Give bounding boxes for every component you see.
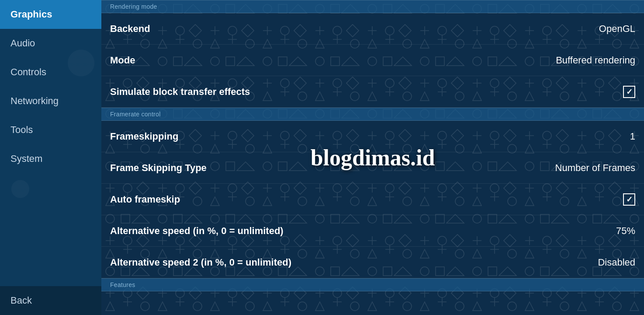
settings-label-frameskipping: Frameskipping [110, 131, 178, 142]
settings-row-backend[interactable]: BackendOpenGL [101, 13, 644, 45]
settings-value-alternative-speed-2: Disabled [598, 257, 635, 268]
settings-label-alternative-speed: Alternative speed (in %, 0 = unlimited) [110, 225, 284, 237]
checkbox-simulate-block[interactable] [623, 86, 635, 98]
settings-row-frame-skipping-type[interactable]: Frame Skipping TypeNumber of Frames [101, 152, 644, 184]
settings-label-simulate-block: Simulate block transfer effects [110, 86, 250, 98]
settings-label-auto-frameskip: Auto frameskip [110, 194, 180, 205]
back-button[interactable]: Back [0, 286, 101, 315]
settings-row-mode[interactable]: ModeBuffered rendering [101, 45, 644, 76]
settings-value-alternative-speed: 75% [616, 225, 635, 237]
main-content[interactable]: Rendering modeBackendOpenGLModeBuffered … [101, 0, 644, 315]
sidebar-item-controls[interactable]: Controls [0, 58, 101, 87]
sidebar-item-networking[interactable]: Networking [0, 87, 101, 116]
settings-value-mode: Buffered rendering [556, 55, 635, 66]
checkbox-auto-frameskip[interactable] [623, 193, 635, 206]
content-inner: Rendering modeBackendOpenGLModeBuffered … [101, 0, 644, 291]
settings-value-backend: OpenGL [599, 23, 635, 35]
settings-label-alternative-speed-2: Alternative speed 2 (in %, 0 = unlimited… [110, 257, 291, 268]
settings-label-backend: Backend [110, 23, 150, 35]
settings-row-simulate-block[interactable]: Simulate block transfer effects [101, 76, 644, 108]
settings-label-mode: Mode [110, 55, 135, 66]
settings-value-frame-skipping-type: Number of Frames [555, 162, 635, 174]
section-header-rendering-mode: Rendering mode [101, 0, 644, 13]
sidebar-item-audio[interactable]: Audio [0, 29, 101, 58]
settings-value-frameskipping: 1 [630, 131, 635, 142]
sidebar: GraphicsAudioControlsNetworkingToolsSyst… [0, 0, 101, 315]
settings-row-alternative-speed[interactable]: Alternative speed (in %, 0 = unlimited)7… [101, 215, 644, 247]
settings-row-alternative-speed-2[interactable]: Alternative speed 2 (in %, 0 = unlimited… [101, 247, 644, 278]
settings-row-auto-frameskip[interactable]: Auto frameskip [101, 184, 644, 215]
section-header-framerate-control: Framerate control [101, 108, 644, 121]
sidebar-item-system[interactable]: System [0, 144, 101, 173]
settings-label-frame-skipping-type: Frame Skipping Type [110, 162, 207, 174]
section-header-features: Features [101, 278, 644, 291]
settings-row-frameskipping[interactable]: Frameskipping1 [101, 121, 644, 152]
sidebar-item-tools[interactable]: Tools [0, 116, 101, 144]
sidebar-item-graphics[interactable]: Graphics [0, 0, 101, 29]
